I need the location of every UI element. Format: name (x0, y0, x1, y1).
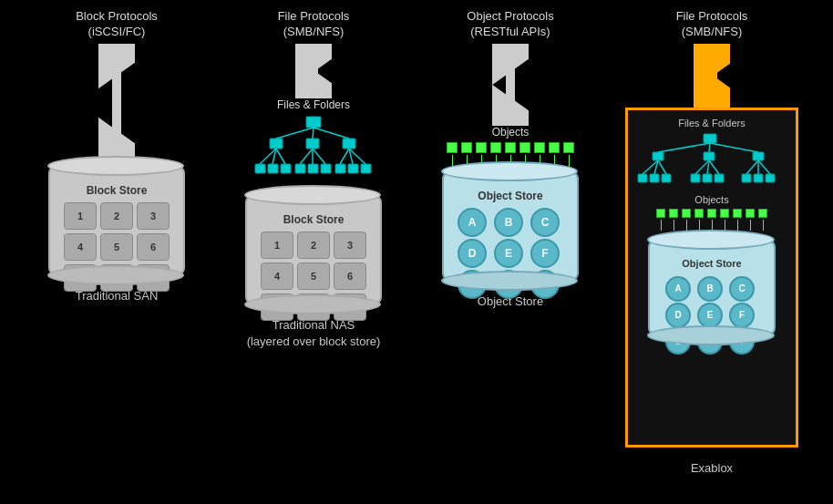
object-item (669, 209, 678, 231)
svg-line-61 (758, 160, 770, 174)
svg-rect-13 (255, 164, 265, 173)
protocol-label-san: Block Protocols (iSCSI/FC) (76, 9, 158, 40)
obj-sq-small (758, 209, 767, 218)
drum-cell-circle: A (665, 276, 691, 302)
drum-bottom-nas (244, 294, 381, 314)
drum-cell: 5 (297, 262, 330, 290)
drum-body-exablox: Object Store A B C D E F G H I (648, 240, 776, 335)
svg-line-41 (658, 143, 710, 152)
svg-rect-27 (361, 164, 371, 173)
svg-line-22 (300, 149, 313, 164)
svg-rect-25 (335, 164, 345, 173)
svg-line-42 (709, 143, 710, 152)
svg-rect-50 (691, 174, 700, 182)
object-square (563, 142, 574, 153)
obj-sq-small (720, 209, 729, 218)
object-square (549, 142, 560, 153)
obj-line-small (737, 220, 738, 231)
drum-san: Block Store 1 2 3 4 5 6 7 8 9 (48, 166, 185, 275)
svg-rect-19 (295, 164, 305, 173)
protocol-label-exablox: File Protocols (SMB/NFS) (676, 9, 748, 40)
object-item (447, 142, 458, 168)
objects-label-exablox: Objects (694, 194, 728, 205)
drum-cell-circle: A (458, 208, 487, 237)
drum-body-san: Block Store 1 2 3 4 5 6 7 8 9 (48, 166, 185, 275)
object-square (534, 142, 545, 153)
drum-cell-circle: F (530, 239, 560, 268)
svg-rect-8 (306, 139, 319, 149)
arrow-san (98, 44, 135, 162)
tree-nas (250, 115, 377, 188)
svg-rect-9 (343, 139, 355, 149)
protocol-label-nas: File Protocols (SMB/NFS) (278, 9, 350, 40)
svg-rect-21 (321, 164, 331, 173)
svg-rect-14 (268, 164, 278, 173)
drum-cell-circle: B (697, 276, 723, 302)
drum-cell: 3 (334, 231, 366, 259)
svg-rect-6 (306, 117, 321, 128)
drum-object-store: Object Store A B C D E F G H I (442, 171, 579, 281)
obj-sq-small (694, 209, 704, 218)
drum-cell: 6 (334, 262, 366, 290)
svg-rect-45 (650, 174, 659, 182)
objects-label-obj: Objects (492, 126, 530, 139)
drum-top-nas (244, 185, 381, 205)
svg-rect-39 (704, 152, 715, 160)
svg-line-12 (314, 128, 349, 139)
arrow-nas (295, 44, 332, 98)
object-square (490, 142, 501, 153)
obj-line-small (686, 220, 687, 231)
obj-sq-small (682, 209, 691, 218)
column-traditional-san: Block Protocols (iSCSI/FC) Block Store 1 (26, 9, 208, 477)
object-item (707, 209, 716, 231)
tree-label-exablox: Files & Folders (678, 118, 745, 129)
svg-line-24 (313, 149, 325, 164)
obj-sq-small (733, 209, 742, 218)
drum-label-san: Block Store (87, 184, 148, 197)
drum-cell: 4 (64, 233, 97, 261)
svg-rect-44 (638, 174, 647, 182)
drum-label-obj: Object Store (478, 190, 542, 202)
obj-line-small (725, 220, 725, 231)
drum-top-obj (441, 161, 578, 181)
svg-line-11 (313, 128, 314, 139)
drum-cell-circle: E (697, 303, 723, 328)
svg-rect-26 (348, 164, 358, 173)
drum-top-san (47, 156, 184, 176)
svg-line-18 (276, 149, 285, 164)
tree-label-nas: Files & Folders (277, 98, 350, 111)
object-item (733, 209, 742, 231)
arrow-obj (492, 44, 529, 126)
obj-sq-small (656, 209, 665, 218)
drum-cell: 3 (137, 202, 170, 230)
svg-line-55 (709, 160, 719, 174)
drum-exablox: Object Store A B C D E F G H I (648, 240, 776, 335)
svg-rect-38 (653, 152, 663, 160)
column-object-store: Object Protocols (RESTful APIs) Objects (419, 9, 602, 477)
drum-cell: 2 (100, 202, 133, 230)
column-exablox: File Protocols (SMB/NFS) Files & Folders (616, 9, 807, 477)
obj-line-small (763, 220, 764, 231)
drum-cell-circle: B (494, 208, 523, 237)
object-item (563, 142, 574, 168)
exablox-box: Files & Folders (625, 108, 798, 447)
object-square (476, 142, 487, 153)
protocol-label-obj: Object Protocols (RESTful APIs) (467, 9, 553, 40)
drum-label-exablox: Object Store (682, 258, 741, 269)
svg-line-43 (710, 143, 758, 152)
drum-cell: 2 (297, 231, 330, 259)
svg-rect-46 (662, 174, 671, 182)
drum-cell-circle: D (458, 239, 487, 268)
drum-body-nas: Block Store 1 2 3 4 5 6 7 8 9 (245, 195, 382, 304)
object-item (682, 209, 691, 231)
obj-line-small (699, 220, 700, 231)
svg-rect-40 (753, 152, 764, 160)
object-item (720, 209, 729, 231)
drum-cell-circle: F (729, 303, 755, 328)
drum-cell: 1 (64, 202, 97, 230)
obj-line-small (750, 220, 751, 231)
svg-rect-57 (754, 174, 763, 182)
svg-line-10 (276, 128, 314, 139)
svg-line-28 (340, 149, 349, 164)
svg-rect-37 (704, 134, 716, 143)
